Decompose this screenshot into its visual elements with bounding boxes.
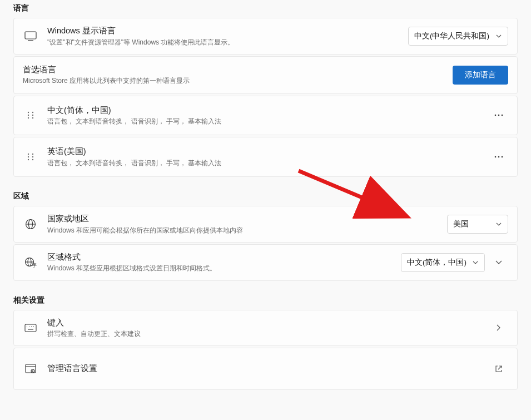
add-language-button[interactable]: 添加语言 <box>453 66 508 85</box>
region-format-title: 区域格式 <box>47 252 401 263</box>
region-format-row[interactable]: 字 区域格式 Windows 和某些应用根据区域格式设置日期和时间格式。 中文(… <box>13 244 518 281</box>
svg-point-17 <box>495 156 497 158</box>
svg-point-16 <box>32 159 33 160</box>
display-language-select[interactable]: 中文(中华人民共和国) <box>408 27 508 46</box>
language-detail: 语言包， 文本到语音转换， 语音识别， 手写， 基本输入法 <box>47 117 489 126</box>
svg-point-11 <box>28 154 29 155</box>
typing-title: 键入 <box>47 318 489 329</box>
chevron-down-icon <box>472 259 479 266</box>
expand-chevron-icon[interactable] <box>489 253 508 272</box>
section-header-related: 相关设置 <box>13 295 518 305</box>
keyboard-icon <box>23 324 38 332</box>
svg-point-3 <box>32 112 33 113</box>
more-options-button[interactable] <box>489 106 508 125</box>
region-format-select[interactable]: 中文(简体，中国) <box>401 253 485 272</box>
external-link-icon <box>489 359 508 378</box>
country-title: 国家或地区 <box>47 214 447 225</box>
svg-point-8 <box>495 115 497 116</box>
svg-point-2 <box>28 112 29 113</box>
language-item[interactable]: 英语(美国) 语言包， 文本到语音转换， 语音识别， 手写， 基本输入法 <box>13 137 518 177</box>
region-format-value: 中文(简体，中国) <box>407 258 467 268</box>
svg-point-10 <box>502 115 503 116</box>
admin-title: 管理语言设置 <box>47 363 489 374</box>
svg-text:字: 字 <box>32 263 37 268</box>
language-item[interactable]: 中文(简体，中国) 语言包， 文本到语音转换， 语音识别， 手写， 基本输入法 <box>13 96 518 136</box>
typing-row[interactable]: 键入 拼写检查、自动更正、文本建议 <box>13 310 518 347</box>
svg-point-18 <box>498 156 500 158</box>
svg-point-9 <box>498 115 500 116</box>
display-language-value: 中文(中华人民共和国) <box>414 31 489 41</box>
svg-rect-27 <box>25 324 36 332</box>
monitor-icon <box>23 31 38 41</box>
region-format-sub: Windows 和某些应用根据区域格式设置日期和时间格式。 <box>47 264 401 273</box>
svg-point-6 <box>28 117 29 118</box>
svg-point-7 <box>32 117 33 118</box>
globe-text-icon: 字 <box>23 257 38 268</box>
preferred-languages-header: 首选语言 Microsoft Store 应用将以此列表中支持的第一种语言显示 … <box>13 56 518 94</box>
display-language-sub: "设置"和"文件资源管理器"等 Windows 功能将使用此语言显示。 <box>47 38 408 47</box>
svg-rect-0 <box>25 32 36 39</box>
svg-point-15 <box>28 159 29 160</box>
svg-point-12 <box>32 154 33 155</box>
display-language-row: Windows 显示语言 "设置"和"文件资源管理器"等 Windows 功能将… <box>13 18 518 55</box>
section-header-language: 语言 <box>13 3 518 13</box>
chevron-down-icon <box>495 33 502 39</box>
svg-point-36 <box>32 370 33 372</box>
chevron-right-icon <box>489 318 508 337</box>
drag-handle-icon[interactable] <box>23 111 38 119</box>
more-options-button[interactable] <box>489 147 508 166</box>
admin-language-row[interactable]: 管理语言设置 <box>13 348 518 390</box>
globe-icon <box>23 219 38 230</box>
svg-point-4 <box>28 115 29 116</box>
svg-point-13 <box>28 156 29 157</box>
typing-sub: 拼写检查、自动更正、文本建议 <box>47 329 489 338</box>
preferred-sub: Microsoft Store 应用将以此列表中支持的第一种语言显示 <box>23 76 453 85</box>
country-select[interactable]: 美国 <box>447 215 508 234</box>
section-header-region: 区域 <box>13 191 518 201</box>
svg-point-19 <box>502 156 503 158</box>
svg-point-14 <box>32 156 33 157</box>
window-settings-icon <box>23 364 38 374</box>
country-value: 美国 <box>453 219 469 229</box>
language-detail: 语言包， 文本到语音转换， 语音识别， 手写， 基本输入法 <box>47 159 489 167</box>
language-name: 英语(美国) <box>47 146 489 157</box>
country-row: 国家或地区 Windows 和应用可能会根据你所在的国家或地区向你提供本地内容 … <box>13 206 518 243</box>
svg-point-5 <box>32 115 33 116</box>
drag-handle-icon[interactable] <box>23 153 38 161</box>
country-sub: Windows 和应用可能会根据你所在的国家或地区向你提供本地内容 <box>47 226 447 235</box>
language-name: 中文(简体，中国) <box>47 105 489 116</box>
chevron-down-icon <box>495 221 502 228</box>
display-language-title: Windows 显示语言 <box>47 26 408 37</box>
preferred-title: 首选语言 <box>23 65 453 76</box>
